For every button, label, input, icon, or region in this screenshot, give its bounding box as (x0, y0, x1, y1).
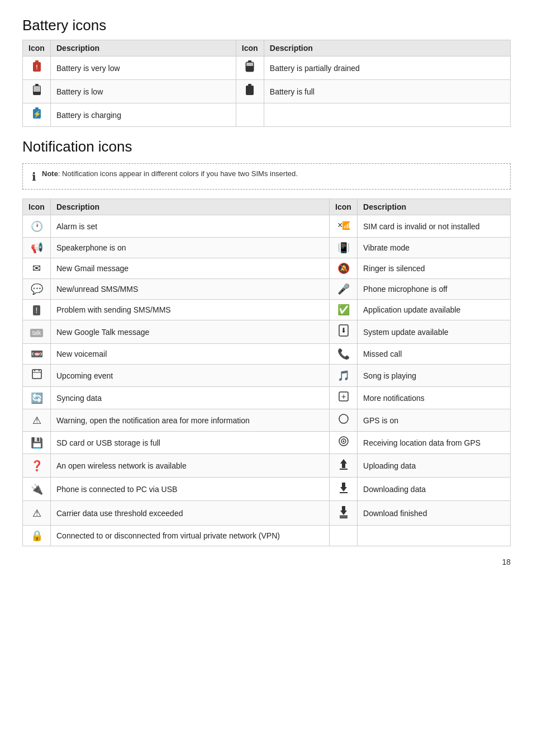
notif-col-icon1: Icon (23, 199, 51, 215)
gps-on-icon (338, 415, 349, 427)
battery-icon-cell (236, 103, 264, 127)
battery-icon-cell: ! (23, 56, 51, 80)
table-row: ⚡ Battery is charging (23, 103, 511, 127)
svg-rect-11 (246, 86, 254, 95)
notif-desc: Upcoming event (51, 365, 330, 387)
table-row: talk New Google Talk message ⬇ System up… (23, 320, 511, 344)
svg-rect-20 (32, 370, 41, 379)
usb-icon: 🔌 (31, 484, 43, 495)
svg-rect-5 (246, 67, 253, 71)
notif-icon-cell: ✅ (330, 300, 358, 320)
notif-icon-cell: 📼 (23, 344, 51, 365)
sim-invalid-icon: ×📶 (337, 221, 350, 233)
notification-table: Icon Description Icon Description 🕐 Alar… (22, 199, 511, 546)
battery-very-low-icon: ! (32, 63, 42, 75)
battery-desc-cell: Battery is partially drained (264, 56, 510, 80)
notif-icon-cell: 💬 (23, 279, 51, 300)
notif-icon-cell (23, 365, 51, 387)
notif-icon-cell: 🔒 (23, 526, 51, 546)
notif-col-desc2: Description (358, 199, 511, 215)
notif-icon-cell: + (330, 387, 358, 409)
battery-col-desc2: Description (264, 40, 510, 56)
mic-off-icon: 🎤 (337, 284, 350, 295)
svg-text:!: ! (36, 64, 37, 70)
notif-icon-cell: ⚠ (23, 409, 51, 432)
battery-desc-cell (264, 103, 510, 127)
receiving-location-icon (338, 438, 349, 449)
notif-desc: New/unread SMS/MMS (51, 279, 330, 300)
battery-desc-cell: Battery is full (264, 80, 510, 103)
notif-icon-cell: 🔄 (23, 387, 51, 409)
speakerphone-icon: 📢 (31, 242, 43, 253)
gmail-icon: ✉ (32, 263, 41, 274)
table-row: Battery is low Battery is full (23, 80, 511, 103)
notif-icon-cell: 🔕 (330, 258, 358, 279)
svg-rect-8 (35, 84, 39, 86)
svg-text:⬇: ⬇ (341, 327, 346, 334)
notif-desc: Connected to or disconnected from virtua… (51, 526, 330, 546)
notif-icon-cell: 📞 (330, 344, 358, 365)
battery-col-icon2: Icon (236, 40, 264, 56)
svg-rect-14 (35, 107, 39, 109)
gtalk-icon: talk (30, 329, 44, 337)
notif-icon-cell (330, 454, 358, 478)
table-row: ⚠ Warning, open the notification area fo… (23, 409, 511, 432)
notif-desc: SIM card is invalid or not installed (358, 215, 511, 238)
battery-icon-cell (23, 80, 51, 103)
carrier-threshold-icon: ⚠ (32, 508, 41, 519)
notif-desc: Warning, open the notification area for … (51, 409, 330, 432)
notif-icon-cell: 🎤 (330, 279, 358, 300)
battery-low-icon (32, 87, 42, 98)
page-number: 18 (22, 557, 511, 566)
notif-desc: Uploading data (358, 454, 511, 478)
sd-full-icon: 💾 (31, 437, 43, 448)
upcoming-event-icon (31, 371, 42, 382)
svg-point-26 (339, 414, 348, 423)
vibrate-icon: 📳 (337, 242, 350, 253)
info-icon: ℹ (32, 170, 36, 183)
notif-desc: System update available (358, 320, 511, 344)
notif-desc: Receiving location data from GPS (358, 432, 511, 454)
notif-desc: New Google Talk message (51, 320, 330, 344)
battery-col-desc1: Description (51, 40, 236, 56)
battery-full-icon (245, 87, 255, 98)
table-row: 🕐 Alarm is set ×📶 SIM card is invalid or… (23, 215, 511, 238)
notif-desc: An open wireless network is available (51, 454, 330, 478)
table-row: ⚠ Carrier data use threshold exceeded Do… (23, 501, 511, 526)
notif-icon-cell (330, 432, 358, 454)
sms-icon: 💬 (31, 284, 43, 295)
battery-col-icon1: Icon (23, 40, 51, 56)
notif-icon-cell (330, 526, 358, 546)
song-playing-icon: 🎵 (337, 370, 350, 381)
battery-table: Icon Description Icon Description ! Batt… (22, 40, 511, 127)
svg-rect-9 (34, 92, 40, 94)
notif-icon-cell: ! (23, 300, 51, 320)
notif-icon-cell: 📢 (23, 238, 51, 258)
table-row: 🔒 Connected to or disconnected from virt… (23, 526, 511, 546)
notif-desc: Song is playing (358, 365, 511, 387)
table-row: Upcoming event 🎵 Song is playing (23, 365, 511, 387)
notif-col-desc1: Description (51, 199, 330, 215)
missed-call-icon: 📞 (337, 348, 350, 360)
svg-text:+: + (341, 392, 345, 401)
notif-desc: Carrier data use threshold exceeded (51, 501, 330, 526)
svg-marker-32 (340, 483, 347, 492)
svg-rect-10 (34, 86, 40, 92)
table-row: ✉ New Gmail message 🔕 Ringer is silenced (23, 258, 511, 279)
table-row: 🔄 Syncing data + More notifications (23, 387, 511, 409)
notif-icon-cell: 💾 (23, 432, 51, 454)
notif-desc: Speakerphone is on (51, 238, 330, 258)
notif-desc: Missed call (358, 344, 511, 365)
battery-desc-cell: Battery is charging (51, 103, 236, 127)
svg-rect-4 (248, 60, 251, 62)
notif-desc: Syncing data (51, 387, 330, 409)
svg-rect-6 (246, 63, 253, 66)
table-row: 📼 New voicemail 📞 Missed call (23, 344, 511, 365)
notif-icon-cell (330, 478, 358, 501)
notif-desc: More notifications (358, 387, 511, 409)
notif-icon-cell: 🎵 (330, 365, 358, 387)
battery-partial-icon (245, 64, 255, 75)
vpn-icon: 🔒 (31, 530, 43, 541)
voicemail-icon: 📼 (31, 348, 43, 360)
svg-marker-30 (340, 459, 347, 468)
